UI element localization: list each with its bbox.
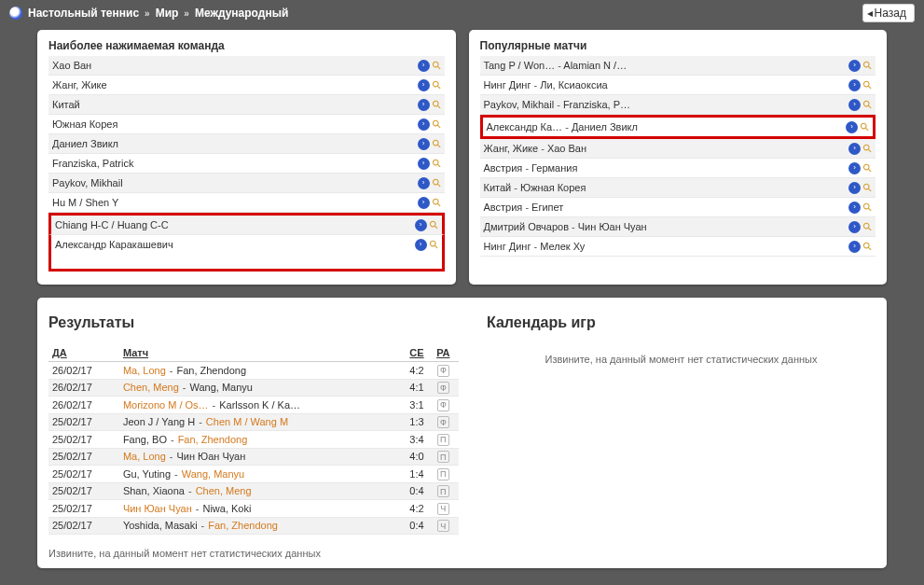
dot-icon[interactable]: › (848, 221, 861, 233)
magnifier-icon[interactable]: ⚲ (861, 201, 875, 215)
magnifier-icon[interactable]: ⚲ (861, 220, 875, 234)
match-row[interactable]: Австрия - Германия›⚲ (480, 159, 876, 178)
col-match[interactable]: Матч (119, 344, 395, 362)
team-row[interactable]: Александр Каракашевич›⚲ (48, 235, 445, 272)
cell-stage[interactable]: П (428, 448, 459, 466)
results-table: ДА Матч СЕ РА 26/02/17Ma, Long-Fan, Zhen… (48, 344, 459, 535)
team-row[interactable]: Даниел Звикл›⚲ (48, 134, 445, 154)
magnifier-icon[interactable]: ⚲ (430, 196, 444, 210)
chevron-left-icon: ◂ (867, 7, 873, 20)
match-row[interactable]: Нинг Динг - Мелек Ху›⚲ (480, 237, 876, 257)
dot-icon[interactable]: › (418, 138, 430, 150)
dot-icon[interactable]: › (418, 60, 430, 72)
result-row[interactable]: 25/02/17Jeon J / Yang H-Chen M / Wang M1… (48, 413, 459, 431)
dot-icon[interactable]: › (848, 143, 861, 155)
magnifier-icon[interactable]: ⚲ (861, 142, 875, 156)
dot-icon[interactable]: › (848, 99, 861, 111)
cell-stage[interactable]: Ф (428, 379, 459, 397)
magnifier-icon[interactable]: ⚲ (427, 218, 441, 232)
match-row[interactable]: Tang P / Won… - Alamian N /…›⚲ (480, 56, 876, 76)
dot-icon[interactable]: › (848, 241, 861, 253)
cell-date: 25/02/17 (48, 466, 119, 483)
dot-icon[interactable]: › (418, 118, 430, 131)
match-row[interactable]: Дмитрий Овчаров - Чин Юан Чуан›⚲ (480, 217, 876, 237)
team-name: Franziska, Patrick (52, 156, 133, 171)
cell-stage[interactable]: Ч (428, 517, 459, 535)
dot-icon[interactable]: › (415, 219, 427, 231)
team-row[interactable]: Китай›⚲ (48, 95, 445, 115)
magnifier-icon[interactable]: ⚲ (858, 120, 872, 134)
team-row[interactable]: Chiang H-C / Huang C-C›⚲ (48, 213, 445, 235)
breadcrumb-region[interactable]: Мир (156, 7, 179, 20)
result-row[interactable]: 25/02/17Gu, Yuting-Wang, Manyu1:4П (48, 466, 459, 483)
magnifier-icon[interactable]: ⚲ (430, 98, 444, 112)
dot-icon[interactable]: › (418, 177, 430, 189)
magnifier-icon[interactable]: ⚲ (861, 240, 875, 254)
cell-score: 1:4 (395, 466, 428, 483)
team-name: Южная Корея (52, 117, 117, 132)
magnifier-icon[interactable]: ⚲ (861, 181, 875, 195)
magnifier-icon[interactable]: ⚲ (430, 78, 444, 92)
team-row[interactable]: Хао Ван›⚲ (48, 56, 445, 76)
dot-icon[interactable]: › (848, 202, 861, 214)
team-name: Paykov, Mikhail (52, 175, 123, 190)
match-row[interactable]: Китай - Южная Корея›⚲ (480, 178, 876, 198)
result-row[interactable]: 25/02/17Yoshida, Masaki-Fan, Zhendong0:4… (48, 517, 459, 535)
magnifier-icon[interactable]: ⚲ (430, 176, 444, 190)
cell-stage[interactable]: Ф (428, 413, 459, 431)
match-name: Нинг Динг - Мелек Ху (484, 239, 586, 254)
magnifier-icon[interactable]: ⚲ (430, 137, 444, 151)
match-row[interactable]: Александр Ка… - Даниел Звикл›⚲ (480, 115, 876, 139)
team-row[interactable]: Hu M / Shen Y›⚲ (48, 193, 445, 213)
team-row[interactable]: Жанг, Жике›⚲ (48, 76, 445, 95)
magnifier-icon[interactable]: ⚲ (430, 118, 444, 132)
result-row[interactable]: 26/02/17Chen, Meng-Wang, Manyu4:1Ф (48, 379, 459, 397)
magnifier-icon[interactable]: ⚲ (861, 59, 875, 73)
cell-date: 26/02/17 (48, 379, 119, 397)
breadcrumb-league[interactable]: Международный (195, 7, 288, 20)
match-row[interactable]: Нинг Динг - Ли, Ксиаоксиа›⚲ (480, 76, 876, 95)
team-row[interactable]: Franziska, Patrick›⚲ (48, 154, 445, 174)
result-row[interactable]: 25/02/17Shan, Xiaona-Chen, Meng0:4П (48, 482, 459, 500)
dot-icon[interactable]: › (846, 121, 858, 133)
col-set[interactable]: СЕ (395, 344, 428, 362)
result-row[interactable]: 26/02/17Morizono M / Os…-Karlsson K / Ka… (48, 397, 459, 414)
col-ra[interactable]: РА (428, 344, 459, 362)
match-row[interactable]: Австрия - Египет›⚲ (480, 198, 876, 217)
cell-stage[interactable]: П (428, 482, 459, 500)
dot-icon[interactable]: › (848, 79, 861, 91)
cell-stage[interactable]: Ч (428, 500, 459, 518)
magnifier-icon[interactable]: ⚲ (861, 78, 875, 92)
dot-icon[interactable]: › (418, 99, 430, 111)
dot-icon[interactable]: › (848, 162, 861, 174)
magnifier-icon[interactable]: ⚲ (430, 157, 444, 171)
cell-stage[interactable]: П (428, 431, 459, 449)
match-row[interactable]: Paykov, Mikhail - Franziska, P…›⚲ (480, 95, 876, 115)
cell-stage[interactable]: Ф (428, 362, 459, 380)
breadcrumb-sport[interactable]: Настольный теннис (28, 7, 139, 20)
dot-icon[interactable]: › (418, 79, 430, 91)
team-name: Александр Каракашевич (55, 237, 173, 252)
dot-icon[interactable]: › (418, 158, 430, 170)
cell-stage[interactable]: Ф (428, 397, 459, 414)
result-row[interactable]: 25/02/17Чин Юан Чуан-Niwa, Koki4:2Ч (48, 500, 459, 518)
col-date[interactable]: ДА (48, 344, 119, 362)
dot-icon[interactable]: › (848, 182, 861, 194)
result-row[interactable]: 25/02/17Fang, BO-Fan, Zhendong3:4П (48, 431, 459, 449)
team-row[interactable]: Южная Корея›⚲ (48, 115, 445, 134)
magnifier-icon[interactable]: ⚲ (427, 238, 441, 252)
dot-icon[interactable]: › (418, 197, 430, 209)
dot-icon[interactable]: › (415, 239, 427, 251)
cell-score: 3:1 (395, 397, 428, 414)
back-button[interactable]: ◂ Назад (862, 4, 915, 22)
result-row[interactable]: 25/02/17Ma, Long-Чин Юан Чуан4:0П (48, 448, 459, 466)
cell-date: 25/02/17 (48, 431, 119, 449)
team-row[interactable]: Paykov, Mikhail›⚲ (48, 174, 445, 193)
match-row[interactable]: Жанг, Жике - Хао Ван›⚲ (480, 139, 876, 159)
result-row[interactable]: 26/02/17Ma, Long-Fan, Zhendong4:2Ф (48, 362, 459, 380)
magnifier-icon[interactable]: ⚲ (861, 161, 875, 175)
magnifier-icon[interactable]: ⚲ (430, 59, 444, 73)
cell-stage[interactable]: П (428, 466, 459, 483)
dot-icon[interactable]: › (848, 60, 861, 72)
magnifier-icon[interactable]: ⚲ (861, 98, 875, 112)
